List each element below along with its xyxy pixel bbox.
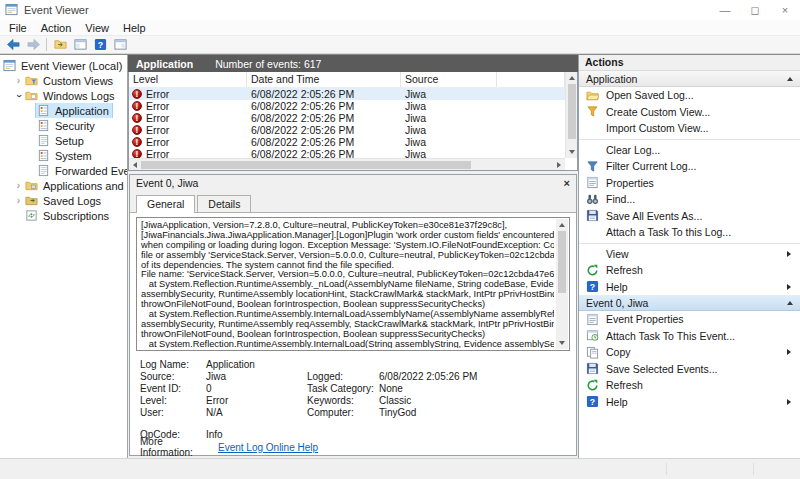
chevron-right-icon[interactable]: ›: [13, 76, 24, 86]
field-value: Info: [206, 429, 307, 440]
help-icon: ?: [586, 395, 600, 408]
message-line: assemblySecurity, RuntimeAssembly reqAss…: [141, 320, 554, 330]
event-row[interactable]: Error6/08/2022 2:05:26 PMJiwa: [129, 88, 565, 100]
tree-item-forwarded-events[interactable]: Forwarded Events: [0, 163, 127, 178]
actions-section-application[interactable]: Application: [579, 71, 800, 87]
menu-help[interactable]: Help: [116, 21, 153, 35]
menu-view[interactable]: View: [78, 21, 116, 35]
minimize-button[interactable]: —: [710, 0, 740, 20]
field-value: Application: [206, 359, 307, 370]
tree-item-application[interactable]: Application: [0, 103, 127, 118]
action-label: Filter Current Log...: [606, 160, 696, 172]
event-list-horizontal-scrollbar[interactable]: [129, 158, 565, 170]
chevron-right-icon[interactable]: ›: [13, 181, 24, 191]
chevron-down-icon[interactable]: ›: [13, 91, 24, 101]
window-title: Event Viewer: [24, 4, 89, 16]
toolbar-export-log-button[interactable]: [50, 37, 70, 53]
scroll-down-icon[interactable]: [566, 146, 578, 158]
scrollbar-thumb[interactable]: [558, 231, 566, 293]
column-header-level[interactable]: Level: [129, 72, 247, 87]
field-label: User:: [140, 407, 206, 418]
event-list-vertical-scrollbar[interactable]: [565, 72, 577, 158]
tree-item-applications-and-services-lo[interactable]: ›Applications and Services Lo: [0, 178, 127, 193]
column-header-date-and-time[interactable]: Date and Time: [247, 72, 401, 87]
action-copy[interactable]: Copy: [579, 344, 800, 361]
action-save-selected-events[interactable]: Save Selected Events...: [579, 361, 800, 378]
action-properties[interactable]: Properties: [579, 175, 800, 192]
toolbar-back-button[interactable]: [3, 37, 23, 53]
action-find[interactable]: Find...: [579, 191, 800, 208]
action-refresh[interactable]: Refresh: [579, 262, 800, 279]
tab-details[interactable]: Details: [197, 195, 251, 212]
event-row[interactable]: Error6/08/2022 2:05:26 PMJiwa: [129, 148, 565, 158]
actions-section-event-0-jiwa[interactable]: Event 0, Jiwa: [579, 295, 800, 311]
event-list: LevelDate and TimeSource Error6/08/2022 …: [128, 72, 578, 171]
action-help[interactable]: ?Help: [579, 394, 800, 411]
event-log-online-help-link[interactable]: Event Log Online Help: [218, 442, 318, 453]
chevron-right-icon[interactable]: ›: [13, 196, 24, 206]
event-row[interactable]: Error6/08/2022 2:05:26 PMJiwa: [129, 100, 565, 112]
scroll-up-icon[interactable]: [556, 219, 568, 231]
close-button[interactable]: ×: [770, 0, 800, 20]
action-import-custom-view[interactable]: Import Custom View...: [579, 120, 800, 137]
message-line: at System.Reflection.RuntimeAssembly.Int…: [141, 310, 554, 320]
tree-item-windows-logs[interactable]: ›Windows Logs: [0, 88, 127, 103]
error-icon: [132, 125, 142, 135]
menu-action[interactable]: Action: [34, 21, 79, 35]
action-attach-a-task-to-this-log[interactable]: Attach a Task To this Log...: [579, 224, 800, 241]
action-open-saved-log[interactable]: Open Saved Log...: [579, 87, 800, 104]
log-event-icon: [37, 119, 52, 132]
save-icon: [586, 362, 600, 375]
scroll-down-icon[interactable]: [556, 337, 568, 349]
tree-item-label: System: [55, 150, 92, 162]
event-list-header: LevelDate and TimeSource: [129, 72, 577, 88]
tree-item-subscriptions[interactable]: Subscriptions: [0, 208, 127, 223]
scroll-up-icon[interactable]: [566, 72, 578, 84]
custom-views-icon: [25, 74, 40, 87]
no-icon: [586, 247, 600, 260]
actions-section-label: Application: [586, 73, 637, 85]
toolbar-forward-button[interactable]: [23, 37, 43, 53]
toolbar-show-console-tree-button[interactable]: [70, 37, 90, 53]
tree-item-custom-views[interactable]: ›Custom Views: [0, 73, 127, 88]
scroll-left-icon[interactable]: [129, 159, 141, 171]
action-event-properties[interactable]: Event Properties: [579, 311, 800, 328]
scrollbar-thumb[interactable]: [141, 161, 471, 169]
action-view[interactable]: View: [579, 246, 800, 263]
action-label: Copy: [606, 346, 631, 358]
toolbar-show-action-pane-button[interactable]: [110, 37, 130, 53]
action-attach-task-to-this-event[interactable]: Attach Task To This Event...: [579, 328, 800, 345]
message-vertical-scrollbar[interactable]: [556, 219, 568, 349]
action-filter-current-log[interactable]: Filter Current Log...: [579, 158, 800, 175]
tree-item-event-viewer-local[interactable]: Event Viewer (Local): [0, 58, 127, 73]
action-create-custom-view[interactable]: Create Custom View...: [579, 104, 800, 121]
action-refresh[interactable]: Refresh: [579, 377, 800, 394]
scrollbar-thumb[interactable]: [568, 84, 576, 139]
tree-item-setup[interactable]: Setup: [0, 133, 127, 148]
message-line: file or assembly 'ServiceStack.Server, V…: [141, 251, 554, 261]
action-save-all-events-as[interactable]: Save All Events As...: [579, 208, 800, 225]
detail-close-icon[interactable]: ×: [564, 177, 570, 189]
collapse-section-icon[interactable]: [787, 301, 793, 305]
event-row[interactable]: Error6/08/2022 2:05:26 PMJiwa: [129, 136, 565, 148]
tab-general[interactable]: General: [136, 195, 195, 213]
collapse-section-icon[interactable]: [787, 77, 793, 81]
event-row[interactable]: Error6/08/2022 2:05:26 PMJiwa: [129, 112, 565, 124]
event-row[interactable]: Error6/08/2022 2:05:26 PMJiwa: [129, 124, 565, 136]
tree-item-label: Application: [55, 105, 109, 117]
maximize-button[interactable]: ◻: [740, 0, 770, 20]
action-help[interactable]: ?Help: [579, 279, 800, 296]
tree-item-security[interactable]: Security: [0, 118, 127, 133]
action-clear-log[interactable]: Clear Log...: [579, 142, 800, 159]
column-header-source[interactable]: Source: [401, 72, 497, 87]
menu-file[interactable]: File: [2, 21, 34, 35]
filter-icon: [586, 160, 600, 173]
tree-item-saved-logs[interactable]: ›Saved Logs: [0, 193, 127, 208]
toolbar-help-button[interactable]: ?: [90, 37, 110, 53]
event-message-box[interactable]: [JiwaApplication, Version=7.2.8.0, Cultu…: [136, 217, 570, 351]
tree-item-system[interactable]: System: [0, 148, 127, 163]
event-properties-icon: [586, 313, 600, 326]
event-list-rows: Error6/08/2022 2:05:26 PMJiwaError6/08/2…: [129, 88, 565, 158]
scroll-right-icon[interactable]: [553, 159, 565, 171]
field-value: Error: [206, 395, 307, 406]
